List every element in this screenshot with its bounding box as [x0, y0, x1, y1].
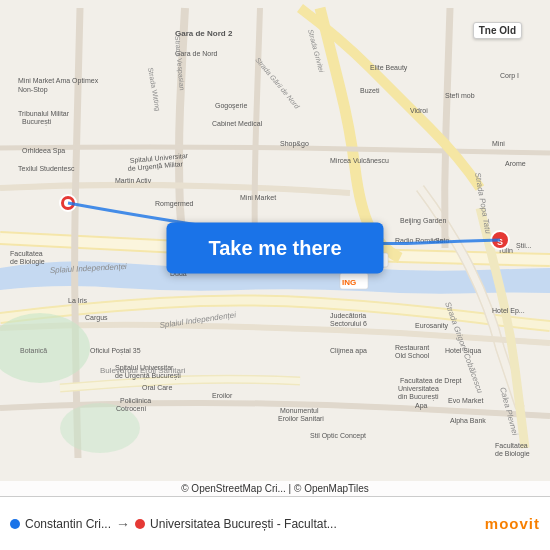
- svg-text:București: București: [22, 118, 52, 126]
- route-from-label: Constantin Cri...: [25, 517, 111, 531]
- moovit-logo: moovit: [485, 515, 540, 533]
- svg-text:Judecătoria: Judecătoria: [330, 312, 366, 319]
- map-attribution: © OpenStreetMap Cri... | © OpenMapTiles: [0, 481, 550, 496]
- svg-text:Facultatea de Drept: Facultatea de Drept: [400, 377, 462, 385]
- svg-text:Restaurant: Restaurant: [395, 344, 429, 351]
- svg-text:Eurosanity: Eurosanity: [415, 322, 449, 330]
- svg-text:Evo Market: Evo Market: [448, 397, 483, 404]
- svg-text:Alpha Bank: Alpha Bank: [450, 417, 486, 425]
- svg-text:Shop&go: Shop&go: [280, 140, 309, 148]
- bottom-nav-bar: Constantin Cri... → Universitatea Bucure…: [0, 496, 550, 550]
- svg-text:Tribunalul Militar: Tribunalul Militar: [18, 110, 70, 117]
- svg-text:La Iris: La Iris: [68, 297, 88, 304]
- app-container: Botanică ING BCR Radio România Beijing G…: [0, 0, 550, 550]
- route-arrow: →: [116, 516, 130, 532]
- svg-text:Mini: Mini: [492, 140, 505, 147]
- svg-text:S: S: [497, 237, 503, 247]
- svg-text:Mircea Vulcănescu: Mircea Vulcănescu: [330, 157, 389, 164]
- svg-text:Vidroi: Vidroi: [410, 107, 428, 114]
- svg-text:Romgermed: Romgermed: [155, 200, 194, 208]
- svg-text:Monumentul: Monumentul: [280, 407, 319, 414]
- svg-text:Cotroceni: Cotroceni: [116, 405, 146, 412]
- svg-text:Bulevardul Eroii Sanitari: Bulevardul Eroii Sanitari: [100, 366, 186, 375]
- svg-text:de Biologie: de Biologie: [495, 450, 530, 458]
- svg-text:Buzeti: Buzeti: [360, 87, 380, 94]
- svg-text:Texilul Studentesc: Texilul Studentesc: [18, 165, 75, 172]
- svg-text:Sectorului 6: Sectorului 6: [330, 320, 367, 327]
- svg-text:Apa: Apa: [415, 402, 428, 410]
- svg-text:Stefi mob: Stefi mob: [445, 92, 475, 99]
- svg-text:Oral Care: Oral Care: [142, 384, 172, 391]
- svg-text:Oficiul Poștal 35: Oficiul Poștal 35: [90, 347, 141, 355]
- svg-text:Arome: Arome: [505, 160, 526, 167]
- svg-text:Martin Activ: Martin Activ: [115, 177, 152, 184]
- svg-text:Știi...: Știi...: [516, 242, 532, 250]
- svg-text:Clijmea apa: Clijmea apa: [330, 347, 367, 355]
- svg-text:Mini Market Ama Optimex: Mini Market Ama Optimex: [18, 77, 99, 85]
- svg-text:Corp I: Corp I: [500, 72, 519, 80]
- svg-text:Universitatea: Universitatea: [398, 385, 439, 392]
- svg-text:Policlinica: Policlinica: [120, 397, 151, 404]
- svg-text:Stil Optic Concept: Stil Optic Concept: [310, 432, 366, 440]
- svg-text:Cabinet Medical: Cabinet Medical: [212, 120, 263, 127]
- take-me-there-button[interactable]: Take me there: [166, 223, 383, 274]
- moovit-brand-text: moovit: [485, 515, 540, 532]
- svg-text:Eroilor Sanitari: Eroilor Sanitari: [278, 415, 324, 422]
- route-to-label: Universitatea București - Facultat...: [150, 517, 337, 531]
- svg-text:ING: ING: [342, 278, 356, 287]
- svg-text:Eroilor: Eroilor: [212, 392, 233, 399]
- svg-text:Orhldeea Spa: Orhldeea Spa: [22, 147, 65, 155]
- svg-text:Beijing Garden: Beijing Garden: [400, 217, 446, 225]
- svg-text:Facultatea: Facultatea: [10, 250, 43, 257]
- svg-text:Gara de Nord 2: Gara de Nord 2: [175, 29, 233, 38]
- svg-text:Gogoşerie: Gogoşerie: [215, 102, 247, 110]
- origin-dot: [10, 519, 20, 529]
- svg-text:Non-Stop: Non-Stop: [18, 86, 48, 94]
- svg-text:Facultatea: Facultatea: [495, 442, 528, 449]
- svg-text:Hotel Ep...: Hotel Ep...: [492, 307, 525, 315]
- svg-text:Cargus: Cargus: [85, 314, 108, 322]
- svg-text:Old School: Old School: [395, 352, 430, 359]
- route-info: Constantin Cri... → Universitatea Bucure…: [10, 516, 485, 532]
- svg-text:din București: din București: [398, 393, 439, 401]
- map-area: Botanică ING BCR Radio România Beijing G…: [0, 0, 550, 496]
- svg-text:Elite Beauty: Elite Beauty: [370, 64, 408, 72]
- svg-text:Mini Market: Mini Market: [240, 194, 276, 201]
- old-kitchen-label: Tne Old: [473, 22, 522, 39]
- svg-text:de Biologie: de Biologie: [10, 258, 45, 266]
- destination-dot: [135, 519, 145, 529]
- svg-text:Botanică: Botanică: [20, 347, 47, 354]
